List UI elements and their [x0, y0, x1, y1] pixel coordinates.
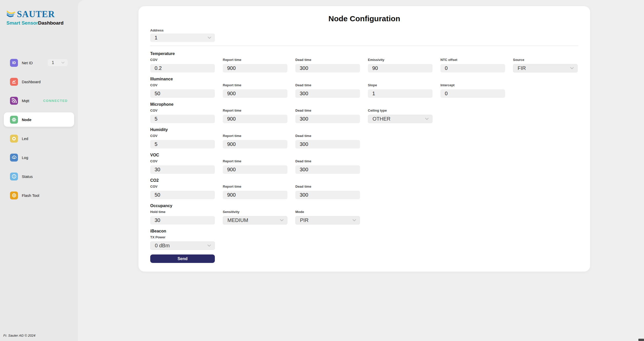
temperature-dead-time-input[interactable] — [295, 64, 360, 72]
chip-upload-icon — [10, 191, 18, 199]
sidebar-item-label: Mqtt — [22, 99, 29, 103]
field: Dead time — [295, 109, 360, 123]
field-label: Dead time — [295, 185, 360, 188]
send-button[interactable]: Send — [150, 254, 215, 263]
section-title: Illuminance — [150, 77, 578, 81]
humidity-report-time-input[interactable] — [223, 140, 287, 148]
section-title: Temperature — [150, 52, 578, 56]
humidity-dead-time-input[interactable] — [295, 140, 360, 148]
brand-subtitle: Smart SensorDashboard — [6, 20, 64, 26]
field-label: Report time — [223, 134, 287, 137]
field: Emissivity — [368, 58, 432, 72]
field-label: Report time — [223, 83, 287, 87]
voc-report-time-input[interactable] — [223, 165, 287, 174]
section-temperature: Temperature COV Report time Dead time — [150, 52, 578, 72]
microphone-report-time-input[interactable] — [223, 115, 287, 123]
node-configuration-card: Node Configuration Address 1 Temperature… — [138, 6, 590, 272]
sidebar-item-status[interactable]: Status — [4, 169, 74, 184]
address-select[interactable]: 1 — [150, 34, 215, 42]
field: Hold time — [150, 210, 215, 225]
illuminance-slope-input[interactable] — [368, 89, 432, 98]
sidebar-item-label: Flash Tool — [22, 193, 39, 198]
sidebar-item-node[interactable]: Node — [4, 112, 74, 127]
sidebar-item-dashboard[interactable]: Dashboard — [4, 74, 74, 89]
illuminance-report-time-input[interactable] — [223, 89, 287, 98]
field: Report time — [223, 134, 287, 148]
cloud-download-icon — [10, 154, 18, 162]
net-id-select[interactable]: 1 — [48, 59, 68, 66]
co2-cov-input[interactable] — [150, 191, 215, 199]
field: Intercept — [440, 83, 505, 98]
chevron-down-icon — [208, 37, 211, 39]
field: Report time — [223, 159, 287, 174]
section-title: VOC — [150, 153, 578, 157]
temperature-source-select[interactable]: FIR — [513, 64, 578, 72]
field-label: COV — [150, 58, 215, 61]
field: Mode PIR — [295, 210, 360, 225]
field: COV — [150, 109, 215, 123]
address-label: Address — [150, 29, 578, 32]
sidebar-item-net-id: ID Net ID 1 — [4, 56, 74, 70]
occupancy-sensitivity-select[interactable]: MEDIUM — [223, 216, 287, 225]
sidebar-item-led[interactable]: Led — [4, 131, 74, 146]
field: Report time — [223, 185, 287, 199]
sidebar-item-log[interactable]: Log — [4, 150, 74, 165]
section-title: iBeacon — [150, 229, 578, 233]
field-label: Mode — [295, 210, 360, 214]
ibeacon-tx-power-select[interactable]: 0 dBm — [150, 241, 215, 250]
occupancy-hold-time-input[interactable] — [150, 216, 215, 225]
co2-dead-time-input[interactable] — [295, 191, 360, 199]
divider — [150, 46, 578, 46]
section-voc: VOC COV Report time Dead time — [150, 153, 578, 174]
brand-logo: SAUTER Smart SensorDashboard — [6, 10, 64, 26]
field-label: Intercept — [440, 83, 505, 87]
field-label: TX Power — [150, 236, 215, 239]
id-badge-text: ID — [12, 61, 16, 65]
copyright-text: Fr. Sauter AG © 2024 — [3, 334, 35, 337]
horizontal-scrollbar-thumb[interactable] — [638, 339, 644, 341]
field-label: Dead time — [295, 109, 360, 112]
voc-dead-time-input[interactable] — [295, 165, 360, 174]
sidebar-item-label: Node — [22, 118, 32, 122]
sidebar-item-mqtt[interactable]: Mqtt CONNECTED — [4, 93, 74, 108]
illuminance-intercept-input[interactable] — [440, 89, 505, 98]
field: Ceiling type OTHER — [368, 109, 432, 123]
sidebar-item-flash-tool[interactable]: Flash Tool — [4, 188, 74, 203]
field-label: COV — [150, 109, 215, 112]
illuminance-cov-input[interactable] — [150, 89, 215, 98]
net-id-select-value: 1 — [52, 60, 54, 65]
field-label: Report time — [223, 159, 287, 163]
field: Report time — [223, 58, 287, 72]
microphone-dead-time-input[interactable] — [295, 115, 360, 123]
microphone-ceiling-type-select[interactable]: OTHER — [368, 115, 432, 123]
co2-report-time-input[interactable] — [223, 191, 287, 199]
section-title: Humidity — [150, 128, 578, 132]
field-label: Dead time — [295, 83, 360, 87]
field-label: Source — [513, 58, 578, 61]
led-ring-icon — [10, 135, 18, 143]
sidebar: SAUTER Smart SensorDashboard ID Net ID 1… — [0, 0, 78, 341]
section-occupancy: Occupancy Hold time Sensitivity MEDIUM — [150, 204, 578, 225]
temperature-cov-input[interactable] — [150, 64, 215, 72]
illuminance-dead-time-input[interactable] — [295, 89, 360, 98]
section-ibeacon: iBeacon TX Power 0 dBm — [150, 229, 578, 250]
sidebar-item-label: Led — [22, 136, 28, 141]
section-illuminance: Illuminance COV Report time Dead time — [150, 77, 578, 98]
field: Slope — [368, 83, 432, 98]
microphone-cov-input[interactable] — [150, 115, 215, 123]
temperature-emissivity-input[interactable] — [368, 64, 432, 72]
brand-subtitle-primary: Smart Sensor — [6, 20, 38, 26]
temperature-ntc-offset-input[interactable] — [440, 64, 505, 72]
field-label: COV — [150, 185, 215, 188]
humidity-cov-input[interactable] — [150, 140, 215, 148]
voc-cov-input[interactable] — [150, 165, 215, 174]
section-microphone: Microphone COV Report time Dead time — [150, 102, 578, 123]
temperature-report-time-input[interactable] — [223, 64, 287, 72]
chevron-down-icon — [570, 67, 574, 69]
select-value: MEDIUM — [227, 217, 248, 223]
brand-name: SAUTER — [17, 10, 55, 18]
occupancy-mode-select[interactable]: PIR — [295, 216, 360, 225]
chart-line-icon — [10, 78, 18, 86]
main-area: Node Configuration Address 1 Temperature… — [78, 0, 644, 341]
field-label: Report time — [223, 58, 287, 61]
